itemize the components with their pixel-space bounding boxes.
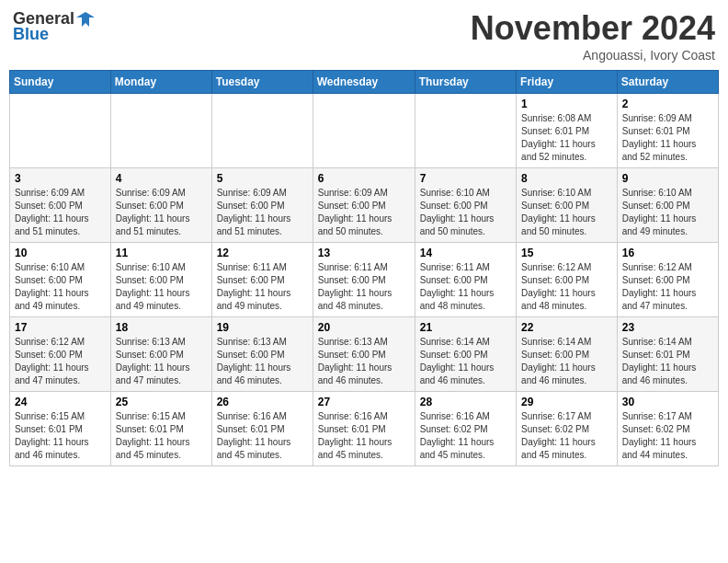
day-number: 10 bbox=[15, 247, 106, 259]
day-number: 18 bbox=[116, 321, 207, 334]
day-info: Sunrise: 6:11 AMSunset: 6:00 PMDaylight:… bbox=[420, 261, 511, 313]
day-info: Sunrise: 6:09 AMSunset: 6:00 PMDaylight:… bbox=[15, 187, 106, 238]
day-info: Sunrise: 6:12 AMSunset: 6:00 PMDaylight:… bbox=[622, 261, 713, 313]
day-number: 28 bbox=[420, 396, 511, 408]
week-row-5: 24Sunrise: 6:15 AMSunset: 6:01 PMDayligh… bbox=[10, 392, 719, 466]
day-cell bbox=[313, 94, 415, 168]
day-cell: 8Sunrise: 6:10 AMSunset: 6:00 PMDaylight… bbox=[517, 168, 618, 243]
day-cell bbox=[10, 94, 111, 168]
day-info: Sunrise: 6:13 AMSunset: 6:00 PMDaylight:… bbox=[217, 336, 308, 387]
weekday-header-wednesday: Wednesday bbox=[313, 71, 415, 94]
day-info: Sunrise: 6:10 AMSunset: 6:00 PMDaylight:… bbox=[622, 187, 713, 238]
day-number: 19 bbox=[217, 321, 308, 334]
day-cell: 20Sunrise: 6:13 AMSunset: 6:00 PMDayligh… bbox=[313, 317, 415, 392]
day-number: 21 bbox=[420, 321, 511, 334]
day-info: Sunrise: 6:09 AMSunset: 6:01 PMDaylight:… bbox=[622, 112, 713, 164]
day-info: Sunrise: 6:09 AMSunset: 6:00 PMDaylight:… bbox=[217, 187, 308, 238]
day-cell: 3Sunrise: 6:09 AMSunset: 6:00 PMDaylight… bbox=[10, 168, 111, 243]
day-cell: 2Sunrise: 6:09 AMSunset: 6:01 PMDaylight… bbox=[617, 94, 718, 168]
day-number: 11 bbox=[116, 247, 207, 259]
day-cell: 11Sunrise: 6:10 AMSunset: 6:00 PMDayligh… bbox=[110, 243, 211, 317]
header: General Blue November 2024 Angouassi, Iv… bbox=[9, 9, 719, 63]
day-info: Sunrise: 6:12 AMSunset: 6:00 PMDaylight:… bbox=[521, 261, 612, 313]
day-cell: 9Sunrise: 6:10 AMSunset: 6:00 PMDaylight… bbox=[617, 168, 718, 243]
day-number: 27 bbox=[318, 396, 410, 408]
day-info: Sunrise: 6:16 AMSunset: 6:01 PMDaylight:… bbox=[318, 410, 410, 462]
day-cell: 12Sunrise: 6:11 AMSunset: 6:00 PMDayligh… bbox=[211, 243, 313, 317]
week-row-4: 17Sunrise: 6:12 AMSunset: 6:00 PMDayligh… bbox=[10, 317, 719, 392]
day-number: 29 bbox=[521, 396, 612, 408]
day-info: Sunrise: 6:09 AMSunset: 6:00 PMDaylight:… bbox=[318, 187, 410, 238]
logo: General Blue bbox=[13, 9, 95, 44]
day-info: Sunrise: 6:17 AMSunset: 6:02 PMDaylight:… bbox=[622, 410, 713, 462]
day-number: 24 bbox=[15, 396, 106, 408]
day-info: Sunrise: 6:10 AMSunset: 6:00 PMDaylight:… bbox=[521, 187, 612, 238]
logo-bird-icon bbox=[76, 10, 95, 29]
day-cell: 14Sunrise: 6:11 AMSunset: 6:00 PMDayligh… bbox=[415, 243, 516, 317]
day-info: Sunrise: 6:09 AMSunset: 6:00 PMDaylight:… bbox=[116, 187, 207, 238]
day-number: 17 bbox=[15, 321, 106, 334]
location: Angouassi, Ivory Coast bbox=[471, 48, 715, 63]
day-number: 9 bbox=[622, 172, 713, 185]
day-info: Sunrise: 6:08 AMSunset: 6:01 PMDaylight:… bbox=[521, 112, 612, 164]
day-cell: 21Sunrise: 6:14 AMSunset: 6:00 PMDayligh… bbox=[415, 317, 516, 392]
day-number: 26 bbox=[217, 396, 308, 408]
day-number: 12 bbox=[217, 247, 308, 259]
day-number: 20 bbox=[318, 321, 410, 334]
day-info: Sunrise: 6:16 AMSunset: 6:02 PMDaylight:… bbox=[420, 410, 511, 462]
day-cell: 5Sunrise: 6:09 AMSunset: 6:00 PMDaylight… bbox=[211, 168, 313, 243]
day-cell: 28Sunrise: 6:16 AMSunset: 6:02 PMDayligh… bbox=[415, 392, 516, 466]
day-cell: 18Sunrise: 6:13 AMSunset: 6:00 PMDayligh… bbox=[110, 317, 211, 392]
day-number: 3 bbox=[15, 172, 106, 185]
day-cell: 17Sunrise: 6:12 AMSunset: 6:00 PMDayligh… bbox=[10, 317, 111, 392]
day-cell: 13Sunrise: 6:11 AMSunset: 6:00 PMDayligh… bbox=[313, 243, 415, 317]
day-info: Sunrise: 6:10 AMSunset: 6:00 PMDaylight:… bbox=[15, 261, 106, 313]
svg-marker-0 bbox=[76, 12, 95, 27]
day-cell: 29Sunrise: 6:17 AMSunset: 6:02 PMDayligh… bbox=[517, 392, 618, 466]
day-number: 22 bbox=[521, 321, 612, 334]
day-number: 30 bbox=[622, 396, 713, 408]
day-info: Sunrise: 6:15 AMSunset: 6:01 PMDaylight:… bbox=[15, 410, 106, 462]
day-cell: 23Sunrise: 6:14 AMSunset: 6:01 PMDayligh… bbox=[617, 317, 718, 392]
day-number: 8 bbox=[521, 172, 612, 185]
weekday-header-monday: Monday bbox=[110, 71, 211, 94]
day-cell: 6Sunrise: 6:09 AMSunset: 6:00 PMDaylight… bbox=[313, 168, 415, 243]
day-number: 2 bbox=[622, 98, 713, 110]
month-title: November 2024 bbox=[471, 9, 715, 48]
day-cell: 16Sunrise: 6:12 AMSunset: 6:00 PMDayligh… bbox=[617, 243, 718, 317]
weekday-header-sunday: Sunday bbox=[10, 71, 111, 94]
day-info: Sunrise: 6:13 AMSunset: 6:00 PMDaylight:… bbox=[116, 336, 207, 387]
calendar-table: SundayMondayTuesdayWednesdayThursdayFrid… bbox=[9, 70, 719, 466]
day-cell: 26Sunrise: 6:16 AMSunset: 6:01 PMDayligh… bbox=[211, 392, 313, 466]
day-cell: 1Sunrise: 6:08 AMSunset: 6:01 PMDaylight… bbox=[517, 94, 618, 168]
day-cell: 30Sunrise: 6:17 AMSunset: 6:02 PMDayligh… bbox=[617, 392, 718, 466]
day-number: 25 bbox=[116, 396, 207, 408]
day-number: 4 bbox=[116, 172, 207, 185]
day-cell bbox=[415, 94, 516, 168]
day-info: Sunrise: 6:15 AMSunset: 6:01 PMDaylight:… bbox=[116, 410, 207, 462]
day-info: Sunrise: 6:16 AMSunset: 6:01 PMDaylight:… bbox=[217, 410, 308, 462]
week-row-1: 1Sunrise: 6:08 AMSunset: 6:01 PMDaylight… bbox=[10, 94, 719, 168]
day-number: 6 bbox=[318, 172, 410, 185]
day-number: 23 bbox=[622, 321, 713, 334]
day-info: Sunrise: 6:11 AMSunset: 6:00 PMDaylight:… bbox=[217, 261, 308, 313]
day-info: Sunrise: 6:14 AMSunset: 6:01 PMDaylight:… bbox=[622, 336, 713, 387]
day-info: Sunrise: 6:14 AMSunset: 6:00 PMDaylight:… bbox=[521, 336, 612, 387]
day-cell: 22Sunrise: 6:14 AMSunset: 6:00 PMDayligh… bbox=[517, 317, 618, 392]
logo-blue-text: Blue bbox=[13, 25, 49, 44]
day-cell: 24Sunrise: 6:15 AMSunset: 6:01 PMDayligh… bbox=[10, 392, 111, 466]
week-row-3: 10Sunrise: 6:10 AMSunset: 6:00 PMDayligh… bbox=[10, 243, 719, 317]
day-cell: 27Sunrise: 6:16 AMSunset: 6:01 PMDayligh… bbox=[313, 392, 415, 466]
day-info: Sunrise: 6:11 AMSunset: 6:00 PMDaylight:… bbox=[318, 261, 410, 313]
title-area: November 2024 Angouassi, Ivory Coast bbox=[471, 9, 715, 63]
day-info: Sunrise: 6:14 AMSunset: 6:00 PMDaylight:… bbox=[420, 336, 511, 387]
day-number: 15 bbox=[521, 247, 612, 259]
day-cell: 7Sunrise: 6:10 AMSunset: 6:00 PMDaylight… bbox=[415, 168, 516, 243]
weekday-header-thursday: Thursday bbox=[415, 71, 516, 94]
day-cell: 10Sunrise: 6:10 AMSunset: 6:00 PMDayligh… bbox=[10, 243, 111, 317]
day-info: Sunrise: 6:17 AMSunset: 6:02 PMDaylight:… bbox=[521, 410, 612, 462]
day-number: 13 bbox=[318, 247, 410, 259]
day-number: 7 bbox=[420, 172, 511, 185]
day-cell: 15Sunrise: 6:12 AMSunset: 6:00 PMDayligh… bbox=[517, 243, 618, 317]
day-cell bbox=[211, 94, 313, 168]
